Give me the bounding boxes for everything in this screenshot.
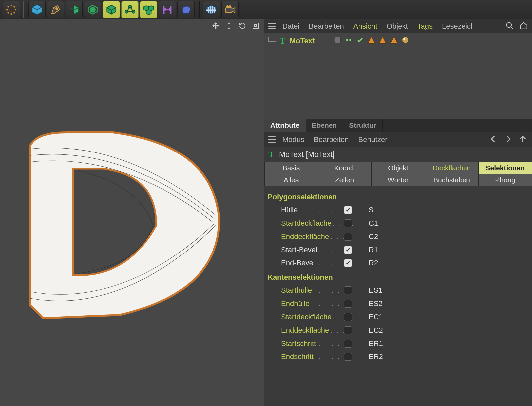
param-label: End-Bevel (268, 259, 317, 267)
svg-rect-13 (334, 37, 340, 43)
grid-icon[interactable] (203, 1, 220, 18)
om-menu-tags[interactable]: Tags (413, 19, 437, 33)
svg-point-19 (402, 37, 408, 43)
object-tags-area[interactable] (330, 33, 532, 119)
enable-dots-icon[interactable] (344, 35, 353, 45)
motext-type-icon: T (267, 150, 276, 159)
attr-menu-benutzer[interactable]: Benutzer (353, 132, 392, 147)
soft-shape-icon[interactable] (177, 1, 195, 18)
param-checkbox[interactable] (344, 206, 352, 214)
measure-icon[interactable] (159, 1, 176, 18)
search-icon[interactable] (505, 21, 514, 31)
param-checkbox[interactable] (344, 353, 352, 361)
svg-point-1 (56, 8, 58, 10)
svg-rect-9 (253, 23, 258, 28)
param-value: EC2 (369, 326, 383, 335)
param-checkbox[interactable] (344, 233, 352, 241)
param-checkbox[interactable] (344, 259, 352, 267)
svg-point-15 (349, 39, 351, 41)
viewport[interactable] (0, 19, 264, 406)
om-menu-objekt[interactable]: Objekt (382, 19, 413, 33)
nav-up-icon[interactable] (518, 134, 527, 145)
attr-tab-buchstaben[interactable]: Buchstaben (425, 174, 478, 186)
param-checkbox[interactable] (344, 246, 352, 254)
attr-tab-phong[interactable]: Phong (478, 174, 532, 186)
param-checkbox[interactable] (344, 313, 352, 321)
param-row: Startdeckfläche. . . . EC1 (268, 310, 529, 324)
param-value: ER2 (369, 353, 383, 361)
rotate-view-icon[interactable] (238, 21, 247, 30)
param-row: Start-Bevel. . . . R1 (268, 243, 529, 256)
svg-point-20 (403, 38, 405, 40)
motext-type-icon: T (278, 37, 287, 45)
panel-tab-struktur[interactable]: Struktur (343, 119, 383, 132)
cube-icon[interactable] (28, 1, 46, 18)
param-row: Endschritt. . . . ER2 (268, 350, 529, 363)
svg-rect-10 (255, 25, 257, 27)
home-icon[interactable] (519, 21, 528, 31)
param-checkbox[interactable] (344, 340, 352, 348)
panel-tab-attribute[interactable]: Attribute (264, 119, 306, 132)
nav-back-icon[interactable] (489, 134, 498, 145)
check-icon[interactable] (355, 35, 365, 45)
cubes-group-icon[interactable] (140, 1, 157, 18)
param-checkbox[interactable] (344, 219, 352, 227)
param-checkbox[interactable] (344, 300, 352, 308)
spline-wrap-icon[interactable] (66, 1, 83, 18)
param-row: Startschritt. . . . ER1 (268, 337, 529, 350)
zoom-view-icon[interactable] (225, 21, 233, 30)
subdiv-cage-icon[interactable] (84, 1, 101, 18)
param-row: Enddeckfläche. . . . C2 (268, 230, 529, 243)
om-menu-bearbeiten[interactable]: Bearbeiten (304, 19, 348, 33)
attr-tab-zeilen[interactable]: Zeilen (318, 174, 371, 186)
phong-tag-icon[interactable] (401, 35, 410, 45)
param-row: Starthülle. . . . ES1 (268, 284, 529, 297)
param-label: Starthülle (268, 286, 317, 295)
attr-menu-bearbeiten[interactable]: Bearbeiten (309, 132, 353, 147)
main-toolbar (0, 0, 532, 19)
attr-tab-alles[interactable]: Alles (264, 174, 318, 186)
attr-tab-wörter[interactable]: Wörter (371, 174, 425, 186)
svg-point-7 (227, 6, 229, 8)
selection-tag-icon[interactable] (378, 35, 387, 45)
move-view-icon[interactable] (211, 21, 220, 30)
attr-tab-objekt[interactable]: Objekt (371, 162, 425, 174)
param-label: Startschritt (268, 339, 317, 348)
object-tree[interactable]: T MoText (264, 33, 330, 119)
attr-menu-modus[interactable]: Modus (278, 132, 309, 147)
svg-marker-18 (391, 37, 397, 43)
pen-icon[interactable] (47, 1, 64, 18)
viewport-geometry (7, 119, 239, 332)
param-value: C1 (369, 219, 378, 228)
camera-icon[interactable] (221, 1, 239, 18)
param-value: EC1 (369, 313, 383, 321)
om-menu-datei[interactable]: Datei (278, 19, 304, 33)
om-menu-icon[interactable] (266, 21, 278, 31)
svg-marker-17 (379, 37, 386, 43)
panel-tab-ebenen[interactable]: Ebenen (306, 119, 343, 132)
selection-tag-icon[interactable] (367, 35, 376, 45)
object-tree-item[interactable]: MoText (290, 37, 315, 45)
param-checkbox[interactable] (344, 286, 352, 294)
param-row: End-Bevel. . . . R2 (268, 256, 529, 270)
attribute-menubar: ModusBearbeitenBenutzer (264, 132, 532, 147)
settings-icon[interactable] (3, 1, 20, 18)
attr-tab-deckflächen[interactable]: Deckflächen (425, 162, 478, 174)
attr-tab-selektionen[interactable]: Selektionen (478, 162, 532, 174)
attr-tab-koord.[interactable]: Koord. (318, 162, 371, 174)
layer-tag-icon[interactable] (333, 35, 342, 45)
poly-cube-icon[interactable] (103, 1, 120, 18)
om-menu-ansicht[interactable]: Ansicht (349, 19, 382, 33)
frame-view-icon[interactable] (251, 21, 260, 30)
selection-tag-icon[interactable] (389, 35, 399, 45)
param-checkbox[interactable] (344, 326, 352, 334)
om-menu-lesezeicl[interactable]: Lesezeicl (437, 19, 477, 33)
param-label: Startdeckfläche (268, 219, 332, 228)
object-manager-menubar: DateiBearbeitenAnsichtObjektTagsLesezeic… (264, 19, 532, 33)
molecule-icon[interactable] (121, 1, 139, 18)
attr-tab-basis[interactable]: Basis (264, 162, 318, 174)
nav-fwd-icon[interactable] (503, 134, 513, 145)
param-value: ES1 (369, 286, 383, 295)
attr-menu-icon[interactable] (266, 135, 278, 145)
param-label: Endhülle (268, 299, 317, 308)
